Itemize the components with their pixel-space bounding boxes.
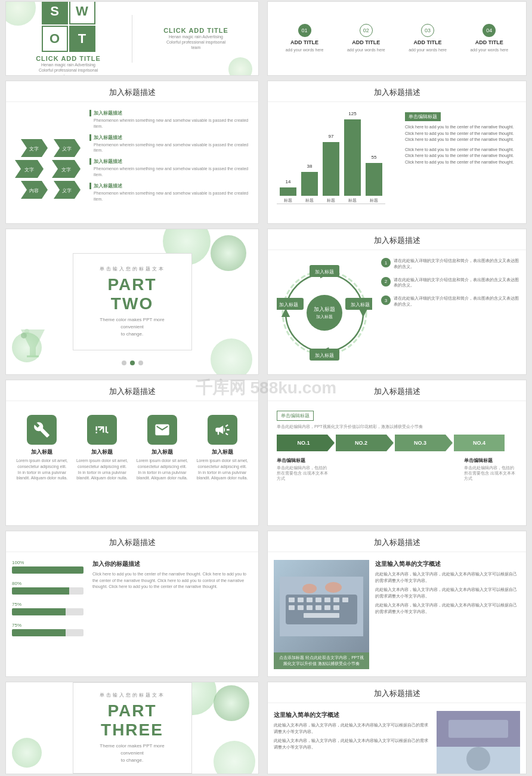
text-item-4: 加入标题描述 Phenomenon wherein something new …	[89, 183, 252, 202]
progress-item-4: 75%	[12, 623, 83, 636]
progress-item-2: 80%	[12, 581, 83, 595]
part3-content: 单击输入您的标题文本 PART THREE Theme color makes …	[6, 682, 258, 774]
icon-item-3: 加入标题 Lorem ipsum dolor sit amet, consect…	[136, 415, 189, 481]
email-icon	[154, 421, 171, 438]
num-title-1: ADD TITLE	[290, 39, 318, 45]
hex-svg: 文字 义字 文字 文字 内容 义字	[15, 127, 81, 199]
slide-arrows: 加入标题描述 单击编辑标题 单击此处编辑内容，PPT视频化文字升价值以印花精彩，…	[267, 380, 527, 526]
bar-group-3: 97 标题	[323, 118, 339, 204]
text-item-body-3: Phenomenon wherein something new and som…	[89, 166, 252, 178]
svg-text:文字: 文字	[24, 167, 34, 173]
bar-label-3: 标题	[327, 198, 335, 204]
arrow-section-sub: 单击此处编辑内容，PPT视频化文字升价值以印花精彩，激激以捕获受众小节奏	[277, 424, 517, 430]
arrow-item-4: NO.4	[454, 435, 505, 451]
swot-divider	[132, 15, 132, 63]
num-circle-1: 01	[298, 24, 311, 37]
slide8-body: 单击编辑标题 单击此处编辑内容，PPT视频化文字升价值以印花精彩，激激以捕获受众…	[268, 406, 526, 521]
svg-rect-31	[298, 598, 304, 602]
cycle-label-3: 3 请在此处输入详细的文字介绍信息和简介，表出图表的含义又表达图表的含义。	[381, 295, 520, 307]
bar-label-5: 标题	[370, 198, 378, 204]
arrow-text-2: 单击编辑标题 单击此处编辑内容，包括的所在需要包含 出现本文本本方式	[464, 457, 517, 481]
arrow-section-title: 单击编辑标题	[277, 411, 314, 421]
slide-text-image: 加入标题描述 这里输入简单的文字概述 此处输入文本内容，输入文字内容，此处输入文…	[267, 682, 527, 774]
svg-rect-36	[342, 598, 348, 602]
slide10-para-2: 此处输入文本内容，输入文字内容，此处输入文本内容输入文字可以根据自己的需求调整大…	[375, 587, 520, 599]
bar-group-2: 38 标题	[301, 118, 318, 204]
slide10-body: 点击添加标题 轻点此处双击文字内容，PPT视频化文字以升价值 激励以捕获受众小节…	[268, 557, 526, 672]
chart-text-2: Click here to add you to the center of t…	[405, 147, 517, 166]
slide7-body: 加入标题 Lorem ipsum dolor sit amet, consect…	[6, 406, 258, 521]
chart-area: 14 标题 38 标题 97 标题	[277, 110, 396, 216]
slide4-heading: 加入标题描述	[268, 81, 526, 102]
swot-right-text: CLICK ADD TITLE Henan magic rain Adverti…	[163, 27, 228, 50]
num-title-3: ADD TITLE	[414, 39, 442, 45]
progress-bar-4	[12, 629, 83, 636]
slide10-heading: 加入标题描述	[268, 531, 526, 552]
chart-text-1: Click here to add you to the center of t…	[405, 124, 517, 143]
progress-desc-title: 加入你的标题描述	[92, 560, 252, 568]
chart-badge: 单击编辑标题	[405, 112, 441, 121]
bars-row: 14 标题 38 标题 97 标题	[277, 127, 385, 204]
num-circle-3: 03	[421, 24, 434, 37]
progress-item-3: 75%	[12, 602, 83, 615]
img-area	[274, 560, 369, 652]
cycle-num-2: 2	[381, 277, 391, 287]
slide12-text-title: 这里输入简单的文字概述	[274, 711, 431, 719]
icon-body-1: Lorem ipsum dolor sit amet, consectetur …	[16, 458, 69, 481]
slide10-text-title: 这里输入简单的文字概述	[375, 560, 520, 568]
slide10-text-section: 这里输入简单的文字概述 此处输入文本内容，输入文字内容，此处输入文本内容输入文字…	[375, 560, 520, 669]
svg-point-17	[307, 295, 342, 331]
slide-image-text: 加入标题描述	[267, 531, 527, 677]
part3-title: PART THREE	[88, 701, 177, 740]
slide10-para-3: 此处输入文本内容，输入文字内容，此处输入文本内容输入文字可以根据自己的需求调整大…	[375, 602, 520, 615]
bar-label-4: 标题	[348, 198, 357, 204]
text-item-title-1: 加入标题描述	[89, 110, 252, 116]
svg-rect-48	[449, 720, 508, 738]
swot-right-sub3: team	[163, 45, 228, 50]
bar-5: 55	[366, 163, 382, 196]
progress-desc-body: Click here to add you to the center of t…	[92, 571, 252, 590]
bar-label-2: 标题	[305, 198, 314, 204]
num-sub-1: add your words here	[286, 47, 324, 53]
slide6-body: 加入标题 加入标题 加入标题 加入标题 加入标题 加入标题 1 请在此处输入详细…	[268, 255, 526, 370]
svg-text:加入标题: 加入标题	[314, 306, 335, 312]
svg-text:加入标题: 加入标题	[351, 302, 370, 307]
progress-label-4: 75%	[12, 623, 83, 628]
slide12-left: 这里输入简单的文字概述 此处输入文本内容，输入文字内容，此处输入文本内容输入文字…	[274, 711, 431, 766]
slide-progress: 加入标题描述 100% 80% 75% 75%	[5, 531, 259, 677]
progress-bar-1	[12, 566, 83, 574]
num-title-2: ADD TITLE	[352, 39, 380, 45]
slide-numbered: 01 ADD TITLE add your words here 02 ADD …	[267, 1, 527, 76]
part-desc1: Theme color makes PPT more convenient	[91, 316, 174, 331]
bar-label-1: 标题	[284, 198, 292, 204]
numbered-item-1: 01 ADD TITLE add your words here	[277, 24, 332, 53]
num-title-4: ADD TITLE	[475, 39, 503, 45]
icon-box-1	[27, 415, 57, 445]
icon-body-2: Lorem ipsum dolor sit amet, consectetur …	[76, 458, 129, 481]
bar-group-4: 125 标题	[344, 118, 361, 204]
part3-desc2: to change.	[88, 757, 177, 764]
slide12-para-1: 此处输入文本内容，输入文字内容，此处输入文本内容输入文字可以根据自己的需求调整大…	[274, 722, 431, 735]
svg-text:文字: 文字	[61, 167, 71, 173]
slide3-body: 文字 义字 文字 文字 内容 义字 加入标题描述 Pheno	[6, 107, 258, 219]
svg-rect-33	[316, 598, 321, 602]
progress-fill-4	[12, 629, 66, 636]
slide-cycle: 加入标题描述 加入标题 加入标题	[267, 229, 527, 375]
num-circle-2: 02	[360, 24, 373, 37]
slide-swot: S W O T CLICK ADD TITLE Henan magic rain…	[5, 1, 259, 76]
slide8-section: 单击编辑标题 单击此处编辑内容，PPT视频化文字升价值以印花精彩，激激以捕获受众…	[277, 409, 517, 430]
bar-2: 38	[301, 172, 318, 196]
slide3-heading: 加入标题描述	[6, 81, 258, 102]
chart-right: 单击编辑标题 Click here to add you to the cent…	[405, 110, 517, 216]
icon-body-4: Lorem ipsum dolor sit amet, consectetur …	[196, 458, 249, 481]
arrow-bottom-body-2: 单击此处编辑内容，包括的所在需要包含 出现本文本本方式	[464, 465, 517, 481]
swot-left-sub3: team	[36, 73, 101, 76]
slide12-body: 这里输入简单的文字概述 此处输入文本内容，输入文字内容，此处输入文本内容输入文字…	[268, 708, 526, 769]
progress-bar-3	[12, 608, 83, 615]
svg-text:加入标题: 加入标题	[279, 302, 298, 307]
swot-grid: S W O T	[42, 1, 95, 52]
arrow-bottom-body-1: 单击此处编辑内容，包括的所在需要包含 出现本文本本方式	[277, 465, 330, 481]
progress-label-2: 80%	[12, 581, 83, 586]
cycle-labels: 1 请在此处输入详细的文字介绍信息和简介，表出图表的含义又表达图表的含义。 2 …	[381, 258, 520, 367]
swot-w: W	[69, 1, 95, 24]
